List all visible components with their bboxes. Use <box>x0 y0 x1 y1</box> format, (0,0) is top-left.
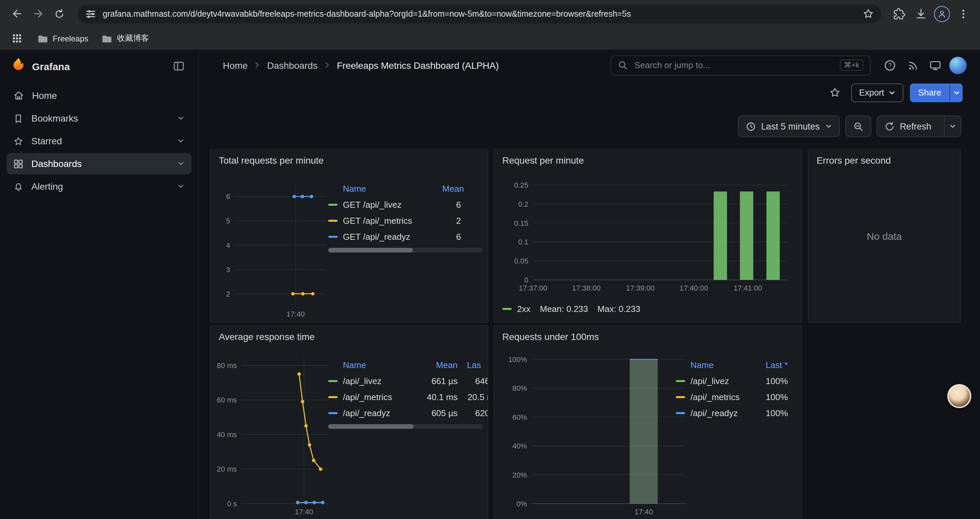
export-button[interactable]: Export <box>851 83 903 102</box>
chevron-down-icon[interactable] <box>177 160 185 168</box>
search-box[interactable]: ⌘+k <box>611 55 870 75</box>
share-menu-button[interactable] <box>949 83 963 102</box>
series-name[interactable]: /api/_livez <box>690 376 751 386</box>
series-name[interactable]: /api/_metrics <box>343 392 415 402</box>
panel-title[interactable]: Request per minute <box>502 155 584 166</box>
request-per-minute-chart[interactable]: 00.050.10.150.20.2517:37:0017:38:0017:39… <box>498 174 799 300</box>
panel-title[interactable]: Total requests per minute <box>219 155 323 166</box>
sidebar-collapse-icon[interactable] <box>170 57 188 75</box>
svg-text:0%: 0% <box>516 500 527 508</box>
favorite-star-icon[interactable] <box>826 83 844 102</box>
series-color-indicator <box>328 380 337 382</box>
svg-text:0.25: 0.25 <box>514 181 528 189</box>
forward-icon[interactable] <box>28 4 48 24</box>
refresh-button-group: Refresh <box>876 115 961 137</box>
chevron-down-icon[interactable] <box>177 137 185 145</box>
browser-toolbar: grafana.mathmast.com/d/deytv4rwavabkb/fr… <box>0 0 980 27</box>
panel-title[interactable]: Requests under 100ms <box>502 331 599 342</box>
bookmark-star-icon[interactable] <box>861 7 875 21</box>
legend-row[interactable]: /api/_metrics 40.1 ms 20.5 r <box>328 389 488 405</box>
monitor-icon[interactable] <box>925 55 945 75</box>
svg-text:100%: 100% <box>508 355 527 364</box>
total-requests-chart[interactable]: 2345617:40 <box>215 176 339 319</box>
apps-grid-icon[interactable] <box>10 31 24 46</box>
svg-text:60 ms: 60 ms <box>217 396 237 404</box>
legend-header-name[interactable]: Name <box>343 360 415 370</box>
url-bar[interactable]: grafana.mathmast.com/d/deytv4rwavabkb/fr… <box>77 4 881 23</box>
legend-bottom: 2xx Mean: 0.233 Max: 0.233 <box>502 304 640 314</box>
legend-row[interactable]: /api/_readyz 100% <box>676 405 788 421</box>
chevron-down-icon[interactable] <box>177 182 185 190</box>
refresh-interval-button[interactable] <box>944 116 961 136</box>
help-icon[interactable]: ? <box>880 55 900 75</box>
browser-menu-icon[interactable] <box>953 4 973 24</box>
average-response-time-chart[interactable]: 0 s20 ms40 ms60 ms80 ms17:40 <box>215 350 339 519</box>
extensions-icon[interactable] <box>889 4 909 24</box>
downloads-icon[interactable] <box>911 4 931 24</box>
grafana-brand[interactable]: Grafana <box>32 61 70 72</box>
series-name[interactable]: /api/_readyz <box>690 408 751 418</box>
bookmark-folder-blog[interactable]: 收藏博客 <box>102 33 149 44</box>
breadcrumb-dashboards[interactable]: Dashboards <box>267 60 318 70</box>
legend-row[interactable]: GET /api/_readyz 6 <box>328 228 482 244</box>
bookmark-label: Freeleaps <box>53 34 88 43</box>
legend-header-mean[interactable]: Mean <box>442 184 482 193</box>
requests-under-100ms-chart[interactable]: 0%20%40%60%80%100%17:40 <box>498 350 692 519</box>
panel-title[interactable]: Errors per second <box>816 155 891 166</box>
url-text[interactable]: grafana.mathmast.com/d/deytv4rwavabkb/fr… <box>103 9 856 18</box>
svg-text:0 s: 0 s <box>227 500 237 508</box>
series-name[interactable]: /api/_readyz <box>343 408 415 418</box>
sidebar-item-bookmarks[interactable]: Bookmarks <box>7 107 191 129</box>
legend-row[interactable]: /api/_livez 661 µs 646 <box>328 373 488 389</box>
legend-row[interactable]: /api/_metrics 100% <box>676 389 788 405</box>
legend-item[interactable]: 2xx <box>502 304 530 314</box>
legend-scrollbar[interactable] <box>328 248 482 252</box>
legend-scrollbar[interactable] <box>328 424 483 429</box>
legend-row[interactable]: GET /api/_livez 6 <box>328 196 482 212</box>
reload-icon[interactable] <box>49 4 69 24</box>
refresh-label: Refresh <box>900 121 931 131</box>
series-color-indicator <box>502 308 512 310</box>
site-settings-icon[interactable] <box>84 7 97 21</box>
legend-header-mean[interactable]: Mean <box>415 360 458 370</box>
back-icon[interactable] <box>7 4 27 24</box>
browser-profile-avatar[interactable] <box>932 4 952 24</box>
sidebar-item-label: Dashboards <box>31 158 82 169</box>
series-name[interactable]: /api/_livez <box>343 376 415 386</box>
chevron-down-icon <box>889 89 896 96</box>
svg-text:17:40: 17:40 <box>286 310 305 318</box>
breadcrumb-home[interactable]: Home <box>223 60 248 70</box>
legend-row[interactable]: /api/_readyz 605 µs 620 <box>328 405 488 421</box>
series-name[interactable]: GET /api/_metrics <box>343 216 442 225</box>
legend-header-name[interactable]: Name <box>343 184 442 193</box>
chevron-down-icon[interactable] <box>177 114 185 122</box>
legend-header-name[interactable]: Name <box>690 360 751 370</box>
chevron-right-icon <box>323 61 332 69</box>
news-rss-icon[interactable] <box>903 55 923 75</box>
series-name[interactable]: /api/_metrics <box>690 392 751 402</box>
legend-row[interactable]: GET /api/_metrics 2 <box>328 212 482 228</box>
share-button[interactable]: Share <box>910 83 949 102</box>
search-input[interactable] <box>633 59 835 71</box>
series-name[interactable]: 2xx <box>517 304 530 314</box>
legend-row[interactable]: /api/_livez 100% <box>676 373 788 389</box>
sidebar-item-alerting[interactable]: Alerting <box>7 176 191 197</box>
legend-header-last[interactable]: Las <box>458 360 488 370</box>
zoom-out-button[interactable] <box>845 115 871 137</box>
time-range-picker[interactable]: Last 5 minutes <box>738 115 840 137</box>
refresh-button[interactable]: Refresh <box>877 116 939 136</box>
sidebar-item-home[interactable]: Home <box>7 85 191 106</box>
series-name[interactable]: GET /api/_readyz <box>343 232 442 241</box>
user-avatar[interactable] <box>948 55 968 75</box>
bookmark-label: 收藏博客 <box>117 33 149 44</box>
dashboard-actions-bar: Export Share <box>199 80 980 105</box>
legend-header-last[interactable]: Last * <box>751 360 788 370</box>
sidebar-item-dashboards[interactable]: Dashboards <box>7 153 191 174</box>
series-name[interactable]: GET /api/_livez <box>343 200 442 209</box>
bookmark-folder-freeleaps[interactable]: Freeleaps <box>37 33 88 44</box>
sidebar-item-starred[interactable]: Starred <box>7 130 191 152</box>
panel-title[interactable]: Average response time <box>219 331 315 342</box>
assistant-avatar[interactable] <box>947 384 971 408</box>
series-mean: 6 <box>442 232 482 241</box>
grafana-logo[interactable] <box>11 57 25 75</box>
